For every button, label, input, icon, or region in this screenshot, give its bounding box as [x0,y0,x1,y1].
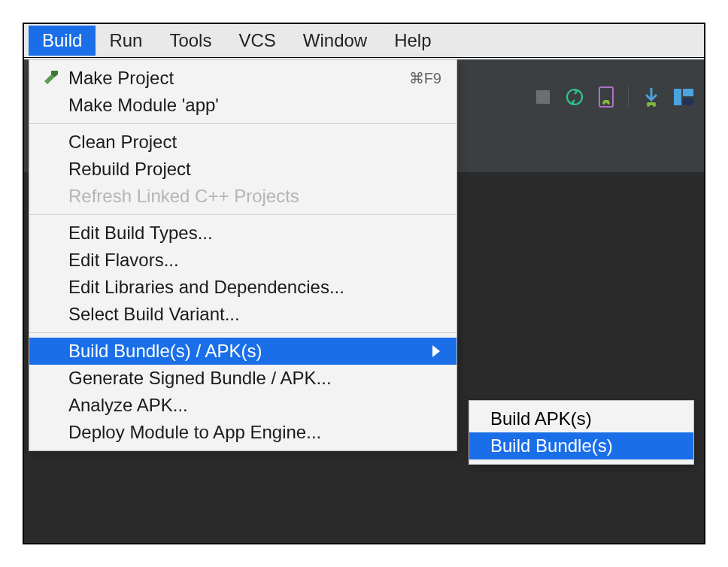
toolbar-divider [628,86,629,108]
menu-make-module[interactable]: Make Module 'app' [29,92,457,119]
toolbar-icons [535,86,693,108]
menu-item-label: Edit Flavors... [68,250,444,271]
menu-item-label: Analyze APK... [68,395,444,416]
menu-item-label: Refresh Linked C++ Projects [68,186,444,207]
menu-item-label: Build APK(s) [490,408,681,429]
sync-icon[interactable] [565,87,584,107]
svg-rect-2 [599,87,613,107]
submenu-arrow-icon [432,345,440,357]
menu-item-label: Build Bundle(s) [490,435,681,456]
menu-item-label: Clean Project [68,132,444,153]
menu-item-label: Rebuild Project [68,159,444,180]
menu-clean-project[interactable]: Clean Project [29,129,457,156]
menu-analyze-apk[interactable]: Analyze APK... [29,392,457,419]
menu-run[interactable]: Run [96,26,156,56]
menu-item-label: Make Module 'app' [68,95,444,116]
svg-rect-11 [683,98,693,105]
menu-item-shortcut: ⌘F9 [409,69,444,87]
menu-generate-signed[interactable]: Generate Signed Bundle / APK... [29,365,457,392]
menu-rebuild-project[interactable]: Rebuild Project [29,156,457,183]
svg-point-1 [567,89,582,105]
menu-vcs[interactable]: VCS [225,26,289,56]
menu-item-label: Build Bundle(s) / APK(s) [68,341,432,362]
menu-item-label: Make Project [68,68,409,89]
menu-item-label: Select Build Variant... [68,304,444,325]
menu-edit-build-types[interactable]: Edit Build Types... [29,220,457,247]
menu-edit-flavors[interactable]: Edit Flavors... [29,247,457,274]
menu-group-3: Edit Build Types... Edit Flavors... Edit… [29,215,457,332]
build-menu-dropdown: Make Project ⌘F9 Make Module 'app' Clean… [29,59,457,451]
menu-group-2: Clean Project Rebuild Project Refresh Li… [29,124,457,214]
menu-group-1: Make Project ⌘F9 Make Module 'app' [29,60,457,123]
menu-help[interactable]: Help [381,26,444,56]
layout-icon[interactable] [674,89,693,105]
menubar: Build Run Tools VCS Window Help [24,24,704,58]
menu-deploy-app-engine[interactable]: Deploy Module to App Engine... [29,419,457,446]
menu-item-label: Edit Build Types... [68,223,444,244]
svg-rect-8 [647,102,656,105]
svg-rect-0 [536,90,550,104]
build-bundles-submenu: Build APK(s) Build Bundle(s) [469,400,694,465]
menu-item-label: Generate Signed Bundle / APK... [68,368,444,389]
menu-refresh-cpp: Refresh Linked C++ Projects [29,183,457,210]
svg-rect-5 [603,100,609,103]
svg-rect-9 [674,89,681,105]
menu-group-4: Build Bundle(s) / APK(s) Generate Signed… [29,333,457,450]
svg-rect-10 [683,89,693,96]
hammer-icon [41,69,68,87]
submenu-build-bundles[interactable]: Build Bundle(s) [469,432,693,459]
menu-select-build-variant[interactable]: Select Build Variant... [29,301,457,328]
window-frame: Build Run Tools VCS Window Help [23,23,705,544]
stop-icon[interactable] [535,89,551,105]
menu-make-project[interactable]: Make Project ⌘F9 [29,65,457,92]
menu-build-bundles-apks[interactable]: Build Bundle(s) / APK(s) [29,338,457,365]
menu-item-label: Deploy Module to App Engine... [68,422,444,443]
sdk-manager-icon[interactable] [642,86,660,108]
menu-tools[interactable]: Tools [156,26,225,56]
menu-edit-libraries[interactable]: Edit Libraries and Dependencies... [29,274,457,301]
menu-build[interactable]: Build [29,26,96,56]
menu-item-label: Edit Libraries and Dependencies... [68,277,444,298]
avd-manager-icon[interactable] [598,86,614,108]
menu-window[interactable]: Window [290,26,381,56]
submenu-build-apks[interactable]: Build APK(s) [469,405,693,432]
